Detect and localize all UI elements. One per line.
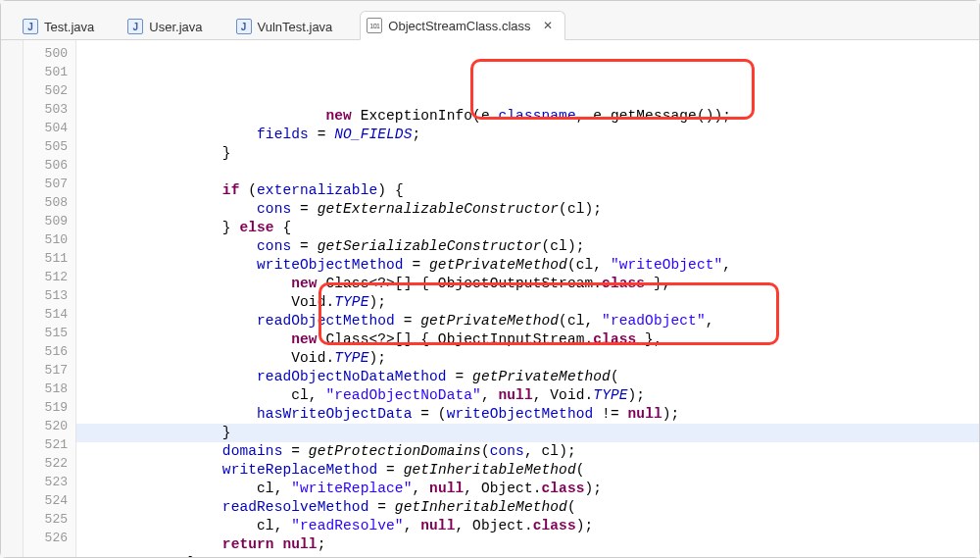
tabstrip: JTest.javaJUser.javaJVulnTest.javaObject… bbox=[1, 1, 979, 40]
code-line[interactable]: writeObjectMethod = getPrivateMethod(cl,… bbox=[76, 256, 979, 275]
tab-label: ObjectStreamClass.class bbox=[388, 19, 530, 33]
tab-user-java[interactable]: JUser.java bbox=[122, 13, 212, 40]
line-number: 508 bbox=[24, 193, 75, 212]
code-line[interactable]: readObjectMethod = getPrivateMethod(cl, … bbox=[76, 312, 979, 330]
code-line[interactable]: cons = getSerializableConstructor(cl); bbox=[76, 237, 979, 256]
line-number: 514 bbox=[24, 305, 75, 324]
code-line[interactable]: } bbox=[76, 144, 979, 163]
line-number: 506 bbox=[24, 156, 75, 175]
line-number: 521 bbox=[24, 435, 75, 454]
line-number: 502 bbox=[24, 81, 75, 100]
class-file-icon bbox=[367, 18, 382, 33]
line-number: 517 bbox=[24, 361, 75, 380]
code-line[interactable]: } else { bbox=[76, 219, 979, 237]
code-line[interactable]: Void.TYPE); bbox=[76, 293, 979, 312]
code-line[interactable] bbox=[76, 163, 979, 181]
code-line[interactable]: hasWriteObjectData = (writeObjectMethod … bbox=[76, 405, 979, 424]
java-file-icon: J bbox=[23, 19, 38, 34]
line-number: 526 bbox=[24, 529, 75, 547]
code-line[interactable]: new Class<?>[] { ObjectInputStream.class… bbox=[76, 330, 979, 349]
line-number: 525 bbox=[24, 510, 75, 529]
line-number: 523 bbox=[24, 473, 75, 491]
tab-label: VulnTest.java bbox=[258, 20, 333, 34]
line-number: 519 bbox=[24, 398, 75, 417]
code-line[interactable]: cl, "readResolve", null, Object.class); bbox=[76, 517, 979, 535]
code-line[interactable]: fields = NO_FIELDS; bbox=[76, 126, 979, 144]
code-line[interactable]: if (externalizable) { bbox=[76, 181, 979, 200]
code-line[interactable]: domains = getProtectionDomains(cons, cl)… bbox=[76, 442, 979, 461]
code-line[interactable]: readObjectNoDataMethod = getPrivateMetho… bbox=[76, 368, 979, 386]
tab-label: Test.java bbox=[44, 20, 94, 34]
line-number: 507 bbox=[24, 175, 75, 193]
line-number: 516 bbox=[24, 342, 75, 361]
line-number: 515 bbox=[24, 324, 75, 342]
line-number: 518 bbox=[24, 380, 75, 398]
code-line[interactable]: cl, "readObjectNoData", null, Void.TYPE)… bbox=[76, 386, 979, 405]
tab-label: User.java bbox=[149, 20, 202, 34]
tab-test-java[interactable]: JTest.java bbox=[17, 13, 104, 40]
code-line[interactable]: new Class<?>[] { ObjectOutputStream.clas… bbox=[76, 275, 979, 293]
code-line[interactable]: new ExceptionInfo(e.classname, e.getMess… bbox=[76, 107, 979, 126]
marker-strip bbox=[1, 40, 24, 557]
line-number: 510 bbox=[24, 230, 75, 249]
line-number: 500 bbox=[24, 44, 75, 63]
line-number: 520 bbox=[24, 417, 75, 435]
code-line[interactable]: cl, "writeReplace", null, Object.class); bbox=[76, 480, 979, 498]
close-icon[interactable]: ✕ bbox=[541, 19, 555, 32]
line-gutter: 5005015025035045055065075085095105115125… bbox=[24, 40, 76, 557]
line-number: 509 bbox=[24, 212, 75, 230]
line-number: 504 bbox=[24, 119, 75, 137]
line-number: 512 bbox=[24, 268, 75, 286]
code-area: 5005015025035045055065075085095105115125… bbox=[1, 40, 979, 557]
code-line[interactable]: cons = getExternalizableConstructor(cl); bbox=[76, 200, 979, 219]
code-line[interactable]: } bbox=[76, 554, 979, 557]
java-file-icon: J bbox=[127, 19, 143, 34]
line-number: 513 bbox=[24, 286, 75, 305]
tab-objectstreamclass-class[interactable]: ObjectStreamClass.class✕ bbox=[360, 11, 564, 40]
code-content[interactable]: new ExceptionInfo(e.classname, e.getMess… bbox=[76, 40, 979, 557]
line-number: 524 bbox=[24, 491, 75, 510]
line-number: 503 bbox=[24, 100, 75, 119]
code-line[interactable]: return null; bbox=[76, 535, 979, 554]
line-number: 505 bbox=[24, 137, 75, 156]
tab-vulntest-java[interactable]: JVulnTest.java bbox=[230, 13, 343, 40]
java-file-icon: J bbox=[236, 19, 252, 34]
code-line[interactable]: readResolveMethod = getInheritableMethod… bbox=[76, 498, 979, 517]
code-line[interactable]: Void.TYPE); bbox=[76, 349, 979, 368]
editor-shell: JTest.javaJUser.javaJVulnTest.javaObject… bbox=[0, 0, 980, 558]
line-number: 511 bbox=[24, 249, 75, 268]
code-line[interactable]: } bbox=[76, 424, 979, 442]
code-line[interactable]: writeReplaceMethod = getInheritableMetho… bbox=[76, 461, 979, 480]
line-number: 522 bbox=[24, 454, 75, 473]
line-number: 501 bbox=[24, 63, 75, 81]
